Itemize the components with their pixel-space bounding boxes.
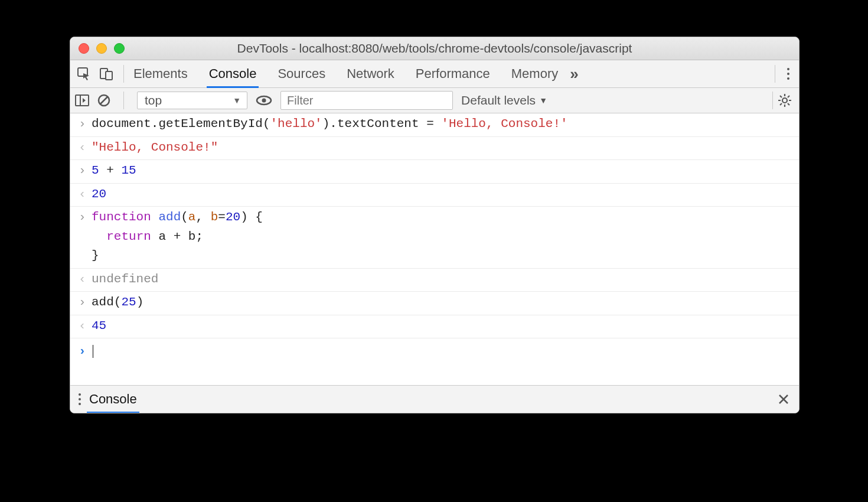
svg-point-8 xyxy=(262,99,266,103)
input-marker-icon: › xyxy=(79,115,92,134)
dropdown-triangle-icon: ▼ xyxy=(233,96,241,105)
code-content: function add(a, b=20) { return a + b; } xyxy=(92,208,263,266)
console-output[interactable]: ›document.getElementById('hello').textCo… xyxy=(70,113,799,385)
input-marker-icon: › xyxy=(79,208,92,266)
window-title: DevTools - localhost:8080/web/tools/chro… xyxy=(70,41,799,56)
divider xyxy=(775,65,775,83)
log-levels-label: Default levels xyxy=(461,93,536,107)
more-options-button[interactable] xyxy=(785,66,792,82)
drawer-tab-console[interactable]: Console xyxy=(89,386,137,413)
text-cursor xyxy=(93,345,93,358)
output-marker-icon: ‹ xyxy=(79,138,92,158)
svg-line-14 xyxy=(780,96,782,97)
divider xyxy=(123,65,124,83)
tab-performance[interactable]: Performance xyxy=(416,60,490,87)
output-marker-icon: ‹ xyxy=(79,270,92,289)
live-expression-icon[interactable] xyxy=(256,94,272,106)
main-tabbar: ElementsConsoleSourcesNetworkPerformance… xyxy=(70,60,799,88)
tabs-overflow-button[interactable]: » xyxy=(570,65,578,83)
code-content: 20 xyxy=(92,185,106,204)
close-drawer-icon[interactable] xyxy=(778,393,793,405)
clear-console-icon[interactable] xyxy=(97,94,110,107)
output-marker-icon: ‹ xyxy=(79,185,92,204)
zoom-window-button[interactable] xyxy=(114,43,125,54)
console-output-row: ‹20 xyxy=(70,184,799,207)
svg-line-15 xyxy=(788,103,789,105)
console-prompt[interactable]: › xyxy=(70,338,799,385)
tab-label: Elements xyxy=(133,66,188,82)
svg-line-16 xyxy=(780,103,782,105)
titlebar: DevTools - localhost:8080/web/tools/chro… xyxy=(70,37,799,60)
divider xyxy=(123,92,124,109)
svg-line-17 xyxy=(788,96,789,97)
execution-context-select[interactable]: top ▼ xyxy=(137,92,247,109)
code-content: undefined xyxy=(92,270,158,289)
divider xyxy=(772,92,773,109)
console-input-row: ›document.getElementById('hello').textCo… xyxy=(70,113,799,137)
console-output-row: ‹45 xyxy=(70,315,799,339)
code-content: "Hello, Console!" xyxy=(92,138,218,158)
drawer-more-button[interactable] xyxy=(76,391,83,408)
drawer-tab-label: Console xyxy=(89,392,137,407)
output-marker-icon: ‹ xyxy=(79,317,92,336)
console-input-row: ›5 + 15 xyxy=(70,160,799,184)
dropdown-triangle-icon: ▼ xyxy=(539,96,547,105)
tab-label: Network xyxy=(347,66,394,82)
console-input-row: ›add(25) xyxy=(70,292,799,315)
tab-label: Console xyxy=(209,66,257,82)
code-content: 5 + 15 xyxy=(92,161,136,181)
tab-label: Memory xyxy=(511,66,558,82)
code-content: 45 xyxy=(92,317,106,336)
log-levels-select[interactable]: Default levels ▼ xyxy=(461,93,547,107)
svg-rect-3 xyxy=(76,95,89,106)
prompt-input[interactable] xyxy=(92,342,93,361)
tab-sources[interactable]: Sources xyxy=(278,60,325,87)
code-content: add(25) xyxy=(92,293,143,312)
traffic-lights xyxy=(79,43,125,54)
code-content: document.getElementById('hello').textCon… xyxy=(92,115,568,134)
prompt-marker-icon: › xyxy=(79,342,92,361)
console-output-row: ‹undefined xyxy=(70,269,799,292)
console-output-row: ‹"Hello, Console!" xyxy=(70,137,799,161)
svg-line-6 xyxy=(100,97,107,104)
filter-input[interactable] xyxy=(280,91,453,110)
input-marker-icon: › xyxy=(79,161,92,181)
console-toolbar: top ▼ Default levels ▼ xyxy=(70,88,799,113)
main-tabs: ElementsConsoleSourcesNetworkPerformance… xyxy=(133,60,558,87)
close-window-button[interactable] xyxy=(79,43,89,54)
toggle-console-sidebar-icon[interactable] xyxy=(75,94,89,106)
console-input-row: ›function add(a, b=20) { return a + b; } xyxy=(70,207,799,269)
tab-memory[interactable]: Memory xyxy=(511,60,558,87)
console-settings-icon[interactable] xyxy=(778,93,792,107)
devtools-window: DevTools - localhost:8080/web/tools/chro… xyxy=(70,37,800,413)
device-toolbar-icon[interactable] xyxy=(100,67,113,80)
tab-label: Performance xyxy=(416,66,490,82)
tab-network[interactable]: Network xyxy=(347,60,394,87)
tab-label: Sources xyxy=(278,66,325,82)
execution-context-value: top xyxy=(145,93,162,107)
tab-console[interactable]: Console xyxy=(209,60,257,87)
svg-point-9 xyxy=(782,98,787,103)
minimize-window-button[interactable] xyxy=(96,43,107,54)
tab-elements[interactable]: Elements xyxy=(133,60,188,87)
inspect-element-icon[interactable] xyxy=(77,67,92,80)
input-marker-icon: › xyxy=(79,293,92,312)
drawer: Console xyxy=(70,385,799,413)
svg-rect-2 xyxy=(106,71,112,80)
